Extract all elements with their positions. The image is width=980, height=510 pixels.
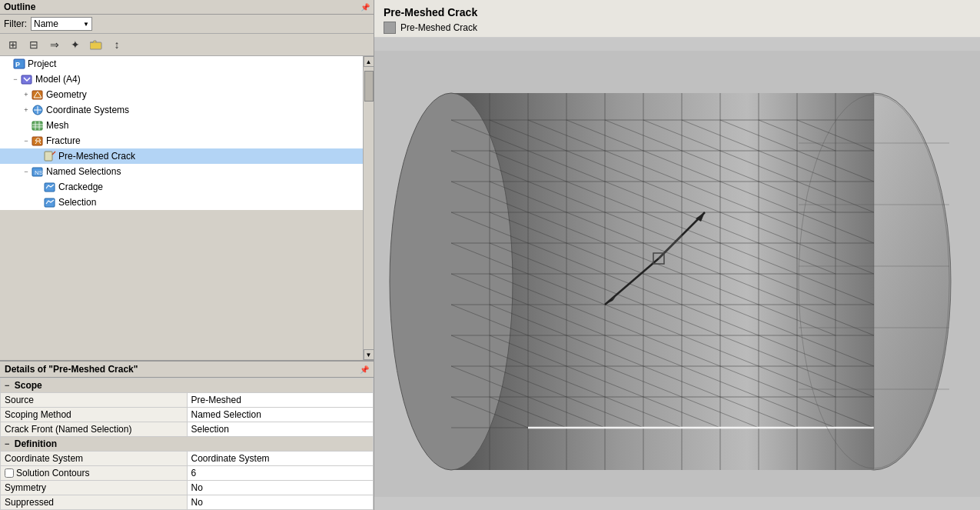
details-section: Details of "Pre-Meshed Crack" 📌 − Scope …	[0, 362, 374, 510]
solution-contours-checkbox[interactable]	[5, 468, 14, 478]
viewport-title: Pre-Meshed Crack	[384, 6, 971, 18]
tree-label-crackedge: Crackedge	[58, 180, 103, 194]
scope-label: Scope	[15, 380, 42, 391]
expander-pre-meshed-crack[interactable]	[34, 151, 43, 162]
tree-item-selection[interactable]: Selection	[0, 195, 363, 210]
geometry-icon	[31, 88, 45, 101]
tree-item-named-selections[interactable]: − NS Named Selections	[0, 164, 363, 179]
outline-pin-icon[interactable]: 📌	[360, 3, 370, 12]
mesh-svg	[374, 38, 980, 510]
details-row-suppressed: Suppressed No	[1, 495, 374, 510]
details-pin-icon[interactable]: 📌	[360, 365, 369, 374]
coordinate-systems-icon	[31, 104, 45, 116]
viewport-header: Pre-Meshed Crack Pre-Meshed Crack	[374, 0, 980, 38]
svg-rect-11	[45, 152, 52, 161]
expander-fracture[interactable]: −	[22, 135, 31, 146]
sort-button[interactable]: ↕	[108, 36, 126, 53]
symmetry-value[interactable]: No	[187, 481, 374, 495]
scroll-down-button[interactable]: ▼	[364, 349, 374, 360]
expander-geometry[interactable]: +	[22, 89, 31, 100]
project-icon: P	[12, 58, 26, 70]
tree-label-geometry: Geometry	[46, 88, 87, 102]
tree-label-fracture: Fracture	[46, 134, 81, 148]
svg-text:NS: NS	[35, 169, 43, 176]
tree-item-model[interactable]: − Model (A4)	[0, 72, 363, 87]
scope-collapse-icon[interactable]: −	[5, 381, 9, 390]
expander-crackedge[interactable]	[34, 182, 43, 192]
filter-select-wrap: Name Type Tag	[31, 17, 92, 31]
svg-rect-9	[32, 122, 42, 130]
tree-label-coordinate-systems: Coordinate Systems	[46, 103, 129, 117]
tree-item-crackedge[interactable]: Crackedge	[0, 179, 363, 195]
crack-front-value[interactable]: Selection	[187, 422, 374, 437]
tree-item-coordinate-systems[interactable]: + Coordinate Systems	[0, 102, 363, 118]
tree-item-project[interactable]: P Project	[0, 56, 363, 72]
scroll-thumb[interactable]	[364, 71, 374, 102]
tree-item-mesh[interactable]: Mesh	[0, 118, 363, 133]
definition-collapse-icon[interactable]: −	[5, 439, 9, 448]
goto-selected-button[interactable]: ⇒	[45, 36, 64, 53]
left-panel: Outline 📌 Filter: Name Type Tag ⊞ ⊟ ⇒ ✦	[0, 0, 374, 510]
tree-item-fracture[interactable]: − Fracture	[0, 133, 363, 148]
source-label: Source	[1, 393, 188, 408]
outline-toolbar: ⊞ ⊟ ⇒ ✦ ↕	[0, 34, 374, 56]
tree-label-model: Model (A4)	[35, 72, 81, 86]
selection-icon	[43, 196, 57, 208]
expander-project[interactable]	[3, 58, 12, 69]
viewport-legend: Pre-Meshed Crack	[384, 22, 971, 34]
tree-label-mesh: Mesh	[46, 118, 68, 132]
expander-selection[interactable]	[34, 197, 43, 208]
details-header: Details of "Pre-Meshed Crack" 📌	[0, 362, 374, 378]
expander-model[interactable]: −	[11, 74, 20, 85]
fracture-icon	[31, 135, 45, 147]
expand-all-button[interactable]: ⊞	[4, 36, 22, 53]
details-row-scoping-method: Scoping Method Named Selection	[1, 408, 374, 422]
filter-select[interactable]: Name Type Tag	[31, 17, 92, 31]
scope-section-header: − Scope	[1, 378, 374, 393]
expander-named-selections[interactable]: −	[22, 166, 31, 177]
outline-scrollbar[interactable]: ▲ ▼	[363, 56, 374, 360]
scroll-up-button[interactable]: ▲	[364, 56, 374, 67]
scoping-method-label: Scoping Method	[1, 408, 188, 422]
definition-label: Definition	[15, 438, 57, 449]
expander-coordinate-systems[interactable]: +	[22, 105, 31, 115]
svg-rect-16	[45, 183, 55, 192]
legend-label: Pre-Meshed Crack	[400, 22, 477, 33]
tree-label-project: Project	[28, 57, 56, 71]
outline-title: Outline	[4, 2, 35, 12]
expander-mesh[interactable]	[22, 120, 31, 131]
scoping-method-value[interactable]: Named Selection	[187, 408, 374, 422]
tree-item-geometry[interactable]: + Geometry	[0, 87, 363, 102]
outline-section: Outline 📌 Filter: Name Type Tag ⊞ ⊟ ⇒ ✦	[0, 0, 374, 362]
folder-button[interactable]	[87, 36, 105, 53]
filter-bar: Filter: Name Type Tag	[0, 15, 374, 34]
mesh-icon	[31, 119, 45, 132]
source-value[interactable]: Pre-Meshed	[187, 393, 374, 408]
crack-front-label: Crack Front (Named Selection)	[1, 422, 188, 437]
collapse-all-button[interactable]: ⊟	[25, 36, 43, 53]
new-item-button[interactable]: ✦	[66, 36, 85, 53]
svg-text:P: P	[15, 61, 20, 68]
tree-label-pre-meshed-crack: Pre-Meshed Crack	[58, 149, 135, 163]
suppressed-label: Suppressed	[1, 495, 188, 510]
details-row-crack-front: Crack Front (Named Selection) Selection	[1, 422, 374, 437]
svg-line-12	[54, 152, 55, 153]
tree-label-selection: Selection	[58, 195, 96, 209]
named-selections-icon: NS	[31, 165, 45, 178]
outline-content: P Project − Model (A4)	[0, 56, 374, 360]
svg-rect-0	[90, 42, 101, 49]
svg-point-21	[390, 93, 513, 470]
details-row-coordinate-system: Coordinate System Coordinate System	[1, 452, 374, 466]
solution-contours-value[interactable]: 6	[187, 466, 374, 481]
suppressed-value[interactable]: No	[187, 495, 374, 510]
tree-container[interactable]: P Project − Model (A4)	[0, 56, 363, 210]
crackedge-icon	[43, 181, 57, 193]
coordinate-system-label: Coordinate System	[1, 452, 188, 466]
solution-contours-label: Solution Contours	[1, 466, 188, 481]
tree-item-pre-meshed-crack[interactable]: Pre-Meshed Crack	[0, 148, 363, 164]
details-row-solution-contours: Solution Contours 6	[1, 466, 374, 481]
svg-rect-17	[45, 198, 55, 207]
legend-color-box	[384, 22, 396, 34]
coordinate-system-value[interactable]: Coordinate System	[187, 452, 374, 466]
definition-section-header: − Definition	[1, 437, 374, 452]
